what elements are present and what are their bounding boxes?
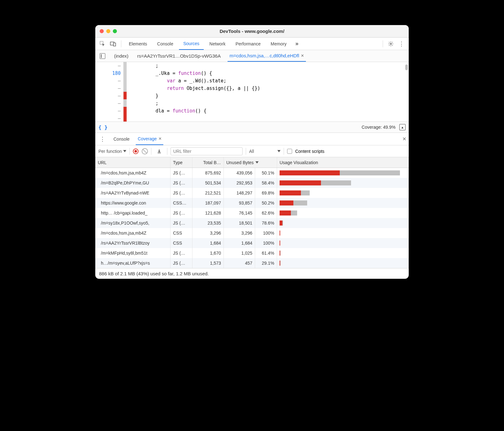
- editor-tab-label: (index): [114, 53, 129, 59]
- tab-sources[interactable]: Sources: [179, 38, 204, 50]
- cell-viz: [277, 248, 409, 258]
- cell-pct: 100%: [255, 228, 277, 238]
- tab-memory[interactable]: Memory: [266, 38, 291, 50]
- cell-pct: 50.1%: [255, 168, 277, 178]
- coverage-summary: 886 kB of 2.1 MB (43%) used so far, 1.2 …: [95, 268, 409, 279]
- cell-viz: [277, 168, 409, 178]
- editor-tab-label: m=cdos,hsm,jsa,…c,dtl0hd,eHDfl: [229, 53, 299, 58]
- content-scripts-label: Content scripts: [295, 149, 324, 154]
- cell-unused: 76,145: [224, 208, 255, 218]
- cell-pct: 58.4%: [255, 178, 277, 188]
- cell-url: /m=cdos,hsm,jsa,mb4Z: [95, 228, 171, 238]
- table-row[interactable]: /rs=AA2YrTvBynad-nWE JS (… 212,521 148,2…: [95, 188, 409, 198]
- cell-url: /rs=AA2YrTvBynad-nWE: [95, 188, 171, 198]
- cell-viz: [277, 178, 409, 188]
- cell-total: 3,296: [192, 228, 224, 238]
- traffic-lights: [95, 29, 117, 33]
- cell-total: 212,521: [192, 188, 224, 198]
- close-tab-icon[interactable]: ×: [301, 53, 304, 59]
- tab-console[interactable]: Console: [153, 38, 177, 50]
- cell-total: 187,097: [192, 198, 224, 208]
- cell-total: 1,684: [192, 238, 224, 248]
- window-title: DevTools - www.google.com/: [95, 29, 409, 34]
- drawer-more-icon[interactable]: ⋮: [99, 135, 106, 143]
- maximize-window-icon[interactable]: [113, 29, 117, 33]
- cell-total: 875,692: [192, 168, 224, 178]
- minimize-window-icon[interactable]: [106, 29, 110, 33]
- close-drawer-icon[interactable]: ×: [402, 135, 406, 143]
- cell-url: /m=cdos,hsm,jsa,mb4Z: [95, 168, 171, 178]
- inspect-element-icon[interactable]: [99, 40, 106, 48]
- editor-tab-bar: (index) rs=AA2YrTssrVR1…Obv1DSp-vWG36A m…: [95, 50, 409, 62]
- clear-icon[interactable]: [142, 148, 148, 154]
- more-tabs-icon[interactable]: »: [293, 40, 301, 48]
- editor-tab-index[interactable]: (index): [112, 50, 130, 62]
- cell-total: 121,628: [192, 208, 224, 218]
- table-row[interactable]: /rs=AA2YrTssrVR1lBtzoy CSS 1,684 1,684 1…: [95, 238, 409, 248]
- cell-pct: 69.8%: [255, 188, 277, 198]
- cell-viz: [277, 198, 409, 208]
- cell-url: /m=sy18x,P1OOwf,syo5,: [95, 218, 171, 228]
- close-drawer-tab-icon[interactable]: ×: [159, 136, 161, 142]
- drawer-tab-console[interactable]: Console: [112, 133, 131, 145]
- table-row[interactable]: /m=B2qlPe,DhPYme,GU JS (… 501,534 292,95…: [95, 178, 409, 188]
- code-content[interactable]: ; _.Uka = function() { var a = _.Wd().st…: [127, 62, 409, 122]
- th-viz[interactable]: Usage Visualization: [277, 157, 409, 168]
- cell-unused: 3,296: [224, 228, 255, 238]
- cell-url: https://www.google.con: [95, 198, 171, 208]
- record-icon[interactable]: [133, 148, 139, 154]
- settings-gear-icon[interactable]: [387, 40, 395, 48]
- cell-type: JS (…: [171, 248, 192, 258]
- table-row[interactable]: /m=kMFpHd,sy8l,bm51t JS (… 1,670 1,025 6…: [95, 248, 409, 258]
- scrollbar-thumb[interactable]: [405, 65, 408, 70]
- table-row[interactable]: h…/m=syev,aLUfP?xjs=s JS (… 1,573 457 29…: [95, 258, 409, 268]
- table-row[interactable]: https://www.google.con CSS… 187,097 93,8…: [95, 198, 409, 208]
- coverage-status: Coverage: 49.9%: [362, 125, 396, 130]
- chevron-down-icon: [123, 150, 126, 152]
- export-icon[interactable]: [155, 148, 163, 155]
- device-toolbar-icon[interactable]: [109, 40, 117, 48]
- source-editor[interactable]: – 180 – – – – – – ; _.Uka = function() {: [95, 62, 409, 122]
- editor-status-bar: { } Coverage: 49.9% ▲: [95, 122, 409, 133]
- table-row[interactable]: /m=sy18x,P1OOwf,syo5, JS (… 23,535 18,50…: [95, 218, 409, 228]
- tab-elements[interactable]: Elements: [124, 38, 151, 50]
- table-row[interactable]: /m=cdos,hsm,jsa,mb4Z JS (… 875,692 439,0…: [95, 168, 409, 178]
- th-total[interactable]: Total B…: [192, 157, 224, 168]
- th-unused[interactable]: Unused Bytes: [224, 157, 277, 168]
- cell-pct: 29.1%: [255, 258, 277, 268]
- drawer-tab-coverage[interactable]: Coverage ×: [136, 133, 163, 145]
- cell-type: JS (…: [171, 188, 192, 198]
- cell-total: 501,534: [192, 178, 224, 188]
- cell-viz: [277, 258, 409, 268]
- tab-performance[interactable]: Performance: [231, 38, 265, 50]
- cell-viz: [277, 188, 409, 198]
- tab-network[interactable]: Network: [205, 38, 230, 50]
- cell-unused: 292,953: [224, 178, 255, 188]
- coverage-gutter: [123, 62, 127, 122]
- table-row[interactable]: /m=cdos,hsm,jsa,mb4Z CSS 3,296 3,296 100…: [95, 228, 409, 238]
- line-number-gutter: – 180 – – – – – –: [95, 62, 123, 122]
- cell-url: h…/m=syev,aLUfP?xjs=s: [95, 258, 171, 268]
- more-options-icon[interactable]: ⋮: [398, 40, 405, 48]
- cell-viz: [277, 208, 409, 218]
- cell-pct: 78.6%: [255, 218, 277, 228]
- cell-unused: 1,025: [224, 248, 255, 258]
- editor-tab-rs[interactable]: rs=AA2YrTssrVR1…Obv1DSp-vWG36A: [135, 50, 223, 62]
- cell-unused: 18,501: [224, 218, 255, 228]
- collapse-bottom-icon[interactable]: ▲: [399, 124, 406, 130]
- th-url[interactable]: URL: [95, 157, 171, 168]
- cell-url: /rs=AA2YrTssrVR1lBtzoy: [95, 238, 171, 248]
- url-filter-input[interactable]: [171, 147, 243, 155]
- toggle-navigator-icon[interactable]: [99, 52, 106, 60]
- th-type[interactable]: Type: [171, 157, 192, 168]
- editor-tab-m[interactable]: m=cdos,hsm,jsa,…c,dtl0hd,eHDfl ×: [228, 50, 306, 62]
- cell-unused: 1,684: [224, 238, 255, 248]
- pretty-print-icon[interactable]: { }: [98, 124, 108, 130]
- coverage-mode-dropdown[interactable]: Per function: [98, 149, 126, 154]
- close-window-icon[interactable]: [100, 29, 104, 33]
- devtools-window: DevTools - www.google.com/ Elements Cons…: [95, 25, 409, 279]
- type-filter-dropdown[interactable]: All: [249, 149, 281, 154]
- svg-rect-2: [113, 43, 116, 46]
- content-scripts-checkbox[interactable]: [287, 149, 292, 154]
- table-row[interactable]: http… /cb=gapi.loaded_ JS (… 121,628 76,…: [95, 208, 409, 218]
